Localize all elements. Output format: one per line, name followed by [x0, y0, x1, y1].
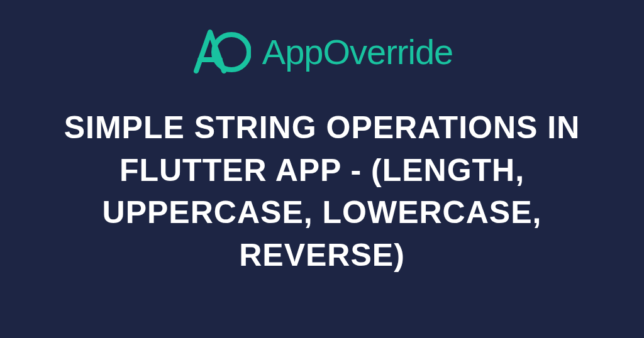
logo-icon [191, 28, 251, 75]
brand-name: AppOverride [262, 31, 453, 72]
page-title: Simple String Operations in Flutter App … [39, 107, 605, 276]
brand-logo: AppOverride [191, 28, 453, 75]
